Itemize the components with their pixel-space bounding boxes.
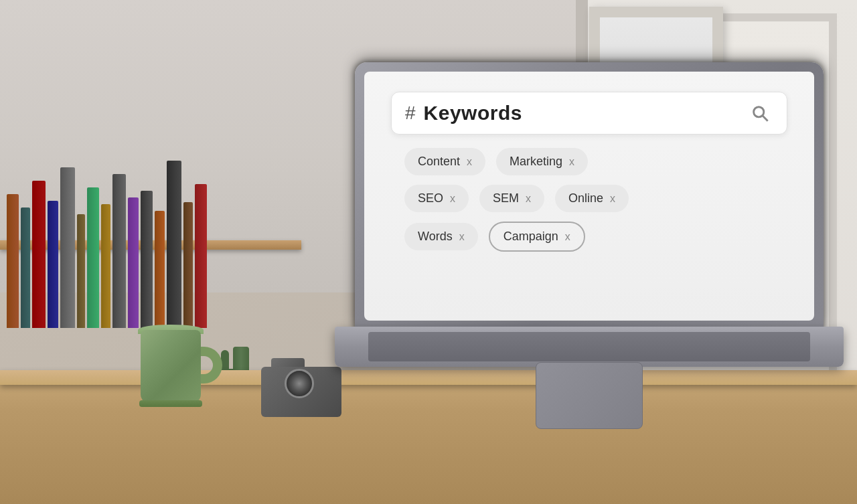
- tag-content-label: Content: [418, 155, 460, 169]
- book-7: [87, 187, 99, 328]
- scene: # Keywords: [0, 0, 857, 504]
- book-2: [21, 207, 30, 328]
- laptop-screen: # Keywords: [364, 72, 814, 321]
- search-icon-button[interactable]: [747, 100, 773, 127]
- mug: [134, 297, 214, 404]
- tag-campaign[interactable]: Campaign x: [489, 222, 585, 252]
- tags-area: Content x Marketing x SEO: [391, 148, 787, 252]
- tag-sem[interactable]: SEM x: [479, 185, 544, 212]
- laptop-screen-content: # Keywords: [364, 72, 814, 321]
- book-4: [48, 201, 58, 328]
- tag-online-label: Online: [568, 191, 603, 205]
- books-row: [0, 40, 295, 328]
- laptop-keyboard: [368, 332, 810, 361]
- svg-point-0: [754, 107, 764, 117]
- camera-body: [261, 367, 341, 417]
- book-8: [101, 204, 110, 328]
- search-bar[interactable]: # Keywords: [391, 92, 787, 135]
- tag-words-close[interactable]: x: [459, 231, 465, 243]
- tag-content-close[interactable]: x: [467, 156, 472, 168]
- tag-marketing-close[interactable]: x: [569, 156, 574, 168]
- camera-lens: [285, 369, 314, 398]
- laptop-base: [335, 327, 844, 367]
- book-9: [112, 174, 126, 328]
- tag-seo-close[interactable]: x: [450, 193, 455, 205]
- tag-content[interactable]: Content x: [404, 148, 485, 175]
- mug-body: [141, 330, 201, 404]
- tag-seo-label: SEO: [418, 191, 443, 205]
- tag-seo[interactable]: SEO x: [404, 185, 469, 212]
- tag-campaign-close[interactable]: x: [565, 231, 570, 243]
- mug-base: [139, 400, 202, 407]
- hash-symbol: #: [405, 104, 416, 122]
- tag-campaign-label: Campaign: [503, 230, 558, 244]
- tag-marketing[interactable]: Marketing x: [496, 148, 588, 175]
- laptop: # Keywords: [335, 89, 844, 437]
- tags-row-2: SEO x SEM x Online x: [404, 185, 774, 212]
- tag-marketing-label: Marketing: [510, 155, 562, 169]
- tag-online-close[interactable]: x: [610, 193, 615, 205]
- book-1: [7, 194, 19, 328]
- laptop-touchpad[interactable]: [536, 362, 643, 429]
- svg-line-1: [763, 116, 768, 121]
- tags-row-3: Words x Campaign x: [404, 222, 774, 252]
- book-5: [60, 167, 75, 328]
- tag-online[interactable]: Online x: [555, 185, 629, 212]
- book-3: [32, 181, 46, 328]
- search-icon: [751, 104, 769, 122]
- laptop-screen-housing: # Keywords: [355, 62, 824, 330]
- search-keywords-text: Keywords: [424, 102, 738, 124]
- tags-row-1: Content x Marketing x: [404, 148, 774, 175]
- tag-words[interactable]: Words x: [404, 223, 478, 250]
- book-6: [77, 214, 85, 328]
- tag-sem-label: SEM: [493, 191, 519, 205]
- tag-sem-close[interactable]: x: [526, 193, 531, 205]
- tag-words-label: Words: [418, 230, 453, 244]
